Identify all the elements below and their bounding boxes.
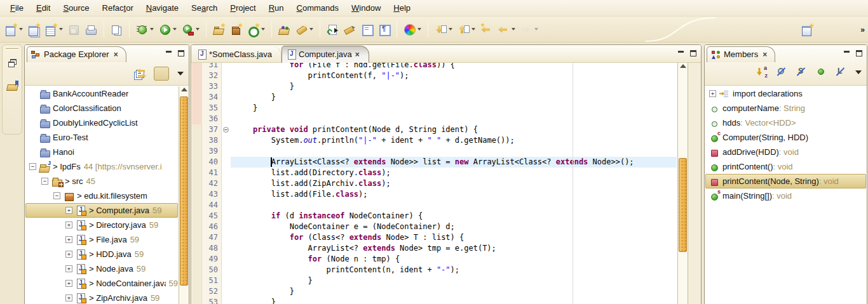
members-tab[interactable]: Members × — [707, 46, 775, 62]
fast-view-drag-handle[interactable] — [6, 48, 18, 50]
hide-fields-button[interactable] — [776, 67, 788, 77]
hide-non-public-button[interactable] — [816, 67, 827, 77]
member-item[interactable]: printContent() : void — [705, 159, 866, 174]
maximize-button[interactable] — [690, 50, 696, 56]
show-whitespace-button[interactable]: ¶ — [376, 22, 392, 37]
menu-project[interactable]: Project — [224, 1, 262, 15]
editor-scrollbar[interactable] — [677, 63, 688, 304]
code-line[interactable]: for (Class<? extends Node> T : list) { — [231, 232, 677, 243]
editor-tab--someclass-java[interactable]: J*SomeClass.java — [193, 46, 281, 63]
package-explorer-view-menu-button[interactable] — [177, 72, 184, 76]
code-line[interactable]: for (Node n : tmp) { — [231, 254, 677, 265]
code-line[interactable]: System.out.println("|-" + ident + " " + … — [231, 135, 677, 146]
code-line[interactable]: list.add(Directory.class); — [231, 168, 677, 178]
tree-item[interactable]: DoublyLinkedCyclicList — [25, 116, 178, 130]
scroll-up-icon[interactable] — [181, 88, 187, 91]
code-line[interactable]: ArrayList<Class<? extends Node>> list = … — [231, 157, 677, 168]
scroll-up-icon[interactable] — [680, 64, 686, 68]
print-button[interactable] — [83, 22, 99, 37]
new-editor-button[interactable] — [26, 22, 42, 37]
menu-edit[interactable]: Edit — [30, 1, 57, 15]
tree-item[interactable]: +J> NodeContainer.java59 — [25, 276, 178, 291]
minimize-button[interactable] — [166, 50, 172, 56]
new-view-button[interactable] — [43, 22, 65, 37]
tree-item[interactable]: BankAccountReader — [25, 86, 178, 101]
close-icon[interactable]: × — [355, 50, 360, 59]
members-view-menu-button[interactable] — [855, 70, 862, 74]
tree-expander-icon[interactable]: + — [65, 221, 72, 228]
scrollbar-thumb[interactable] — [679, 158, 687, 252]
toolbar-overflow-button[interactable]: » — [860, 25, 864, 34]
code-editor[interactable]: 3132333435363738394041424344454647484950… — [192, 63, 700, 304]
code-line[interactable] — [231, 146, 677, 157]
code-line[interactable]: } — [231, 81, 677, 92]
tree-expander-icon[interactable]: + — [65, 294, 72, 301]
tree-item[interactable]: +J> HDD.java59 — [25, 247, 178, 261]
code-line[interactable]: } — [231, 275, 677, 286]
restore-view-button[interactable] — [8, 59, 16, 66]
member-item[interactable]: cComputer(String, HDD) — [705, 130, 866, 145]
member-item[interactable]: smain(String[]) : void — [705, 188, 866, 203]
menu-navigate[interactable]: Navigate — [140, 1, 185, 15]
minimize-button[interactable] — [844, 50, 850, 56]
code-line[interactable]: if (d instanceof NodeContainer) { — [231, 211, 677, 221]
debug-button[interactable] — [134, 22, 156, 37]
new-package-button[interactable] — [228, 22, 244, 37]
copy-button[interactable] — [109, 22, 125, 37]
menu-refactor[interactable]: Refactor — [96, 1, 140, 15]
sort-members-button[interactable]: a z — [757, 67, 768, 77]
editor-tab-computer-java[interactable]: JComputer.java× — [281, 46, 369, 63]
next-annotation-button[interactable] — [433, 22, 454, 37]
hide-static-button[interactable]: S — [796, 67, 808, 77]
member-item[interactable]: hdds : Vector<HDD> — [705, 116, 866, 130]
menu-commands[interactable]: Commands — [290, 1, 345, 15]
scrollbar-thumb[interactable] — [180, 96, 188, 286]
maximize-button[interactable] — [856, 50, 862, 56]
tree-item[interactable]: +J> Computer.java59 — [25, 203, 178, 218]
code-line[interactable] — [231, 114, 677, 124]
menu-file[interactable]: File — [4, 1, 30, 15]
tree-item[interactable]: +J> ZipArchiv.java59 — [25, 291, 178, 304]
code-line[interactable]: } — [231, 286, 677, 297]
close-icon[interactable]: × — [763, 50, 767, 59]
menu-search[interactable]: Search — [185, 1, 224, 15]
code-line[interactable]: NodeContainer e = (NodeContainer) d; — [231, 221, 677, 232]
tree-expander-icon[interactable]: − — [53, 192, 60, 199]
run-button[interactable] — [157, 22, 179, 37]
code-line[interactable]: ArrayList<? extends Node> tmp = e.get(T)… — [231, 243, 677, 254]
new-java-project-button[interactable] — [211, 22, 227, 37]
code-line[interactable]: private void printContent(Node d, String… — [231, 124, 677, 135]
code-line[interactable]: for (File f : hdd.get(File.class)) { — [231, 63, 677, 70]
tree-item[interactable]: +J> Node.java59 — [25, 261, 178, 276]
new-class-button[interactable] — [245, 22, 267, 37]
member-item[interactable]: printContent(Node, String) : void — [705, 174, 866, 188]
show-selected-element-button[interactable] — [359, 22, 375, 37]
menu-run[interactable]: Run — [262, 1, 290, 15]
tree-expander-icon[interactable]: + — [709, 90, 716, 97]
run-external-tools-button[interactable] — [180, 22, 201, 37]
tree-item[interactable]: −> edu.kit.filesystem — [25, 188, 178, 203]
code-text[interactable]: for (File f : hdd.get(File.class)) { pri… — [231, 63, 677, 304]
code-line[interactable] — [231, 200, 677, 211]
minimize-button[interactable] — [678, 50, 684, 56]
hide-local-types-button[interactable]: L — [836, 67, 847, 77]
mark-occurrences-button[interactable] — [342, 22, 358, 37]
member-item[interactable]: addDrive(HDD) : void — [705, 145, 866, 159]
color-wheel-button[interactable] — [402, 22, 423, 37]
package-explorer-scrollbar[interactable] — [179, 86, 189, 304]
search-button[interactable] — [294, 22, 315, 37]
tree-item[interactable]: −> src45 — [25, 174, 178, 188]
open-perspective-button[interactable] — [799, 22, 815, 37]
code-line[interactable]: printContent(f, "|-"); — [231, 70, 677, 81]
fast-view-package-explorer-button[interactable] — [7, 81, 18, 90]
tree-item[interactable]: ColorClassification — [25, 101, 178, 116]
package-explorer-tab[interactable]: Package Explorer × — [27, 46, 126, 62]
menu-source[interactable]: Source — [57, 1, 95, 15]
close-icon[interactable]: × — [114, 50, 118, 59]
last-edit-location-button[interactable] — [478, 22, 494, 37]
new-button[interactable] — [3, 22, 25, 37]
tree-expander-icon[interactable]: − — [41, 178, 48, 185]
tree-item[interactable]: +J> Directory.java59 — [25, 218, 178, 232]
link-with-editor-button[interactable] — [154, 67, 169, 81]
tree-item[interactable]: Euro-Test — [25, 130, 178, 145]
